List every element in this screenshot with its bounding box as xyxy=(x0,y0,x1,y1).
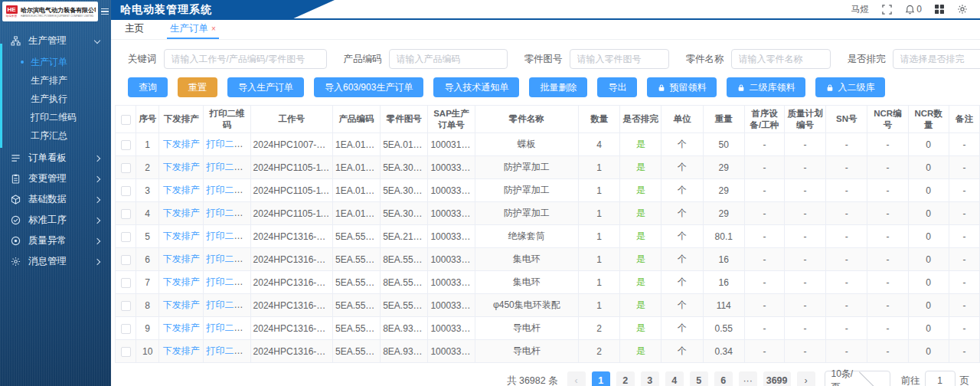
row-checkbox[interactable] xyxy=(121,209,131,219)
sidebar-section[interactable]: 质量异常 xyxy=(0,231,111,251)
print-qrcode-link[interactable]: 打印二维码 xyxy=(206,276,250,287)
print-qrcode-link[interactable]: 打印二维码 xyxy=(206,231,250,241)
chevron-right-icon xyxy=(94,196,100,202)
page-number-button[interactable]: 6 xyxy=(714,371,733,386)
cell-work-no: 2024HPC1316-1833-2 xyxy=(250,340,332,363)
page-ellipsis[interactable]: ··· xyxy=(739,371,757,386)
page-number-button[interactable]: 5 xyxy=(690,371,708,386)
dispatch-link[interactable]: 下发排产 xyxy=(163,254,200,264)
goto-page-input[interactable] xyxy=(925,371,956,386)
sidebar-section[interactable]: 生产管理 xyxy=(0,31,111,51)
cell-seq: 5 xyxy=(136,225,159,248)
page-number-button[interactable]: 1 xyxy=(592,371,610,386)
page-size-select[interactable]: 10条/页 xyxy=(825,371,890,386)
tab-close-icon[interactable]: × xyxy=(211,25,216,33)
row-checkbox[interactable] xyxy=(121,186,131,196)
row-checkbox-cell xyxy=(116,179,136,202)
dispatch-link[interactable]: 下发排产 xyxy=(163,299,200,310)
print-qrcode-link[interactable]: 打印二维码 xyxy=(206,322,250,333)
toolbar-button[interactable]: 二级库领料 xyxy=(727,77,805,97)
active-bullet-icon xyxy=(21,61,24,64)
toolbar-button[interactable]: 入二级库 xyxy=(815,77,885,97)
page-number-button[interactable]: 2 xyxy=(616,371,635,386)
apps-grid-icon[interactable] xyxy=(935,5,944,14)
dispatch-link[interactable]: 下发排产 xyxy=(163,139,200,149)
filter-input[interactable] xyxy=(164,49,327,69)
filter-input[interactable] xyxy=(389,49,508,69)
dispatch-link[interactable]: 下发排产 xyxy=(163,276,200,287)
dispatch-link[interactable]: 下发排产 xyxy=(163,185,200,195)
sidebar-section-label: 标准工序 xyxy=(28,214,67,227)
sidebar-section[interactable]: 标准工序 xyxy=(0,210,111,231)
sidebar-section[interactable]: 基础数据 xyxy=(0,189,111,210)
row-checkbox[interactable] xyxy=(121,140,131,150)
notification-bell-icon[interactable]: 0 xyxy=(905,4,922,15)
row-checkbox[interactable] xyxy=(121,255,131,265)
toolbar-button[interactable]: 导入生产订单 xyxy=(227,77,304,97)
settings-gear-icon[interactable] xyxy=(957,4,968,15)
next-page-button[interactable]: › xyxy=(797,371,815,386)
page-number-button[interactable]: 3 xyxy=(641,371,659,386)
toolbar-button[interactable]: 批量删除 xyxy=(529,77,587,97)
topbar-actions: 马煜 0 xyxy=(851,3,980,16)
row-checkbox[interactable] xyxy=(121,232,131,242)
chevron-right-icon xyxy=(94,175,100,182)
dispatch-link[interactable]: 下发排产 xyxy=(163,345,200,356)
dispatch-link[interactable]: 下发排产 xyxy=(163,231,200,241)
prev-page-button[interactable]: ‹ xyxy=(567,371,586,386)
column-header: 工作号 xyxy=(250,106,332,133)
tab-production-orders[interactable]: 生产订单 × xyxy=(167,22,219,39)
emblem-letters: HE xyxy=(6,5,18,14)
print-qrcode-link[interactable]: 打印二维码 xyxy=(206,345,250,356)
page-number-button[interactable]: 3699 xyxy=(763,371,791,386)
sidebar-section[interactable]: 订单看板 xyxy=(0,148,111,168)
sidebar-item[interactable]: 打印二维码 xyxy=(0,108,111,126)
sidebar-collapse-icon[interactable] xyxy=(101,8,109,15)
toolbar-button[interactable]: 重置 xyxy=(178,77,217,97)
page-number-button[interactable]: 4 xyxy=(665,371,684,386)
print-qrcode-link[interactable]: 打印二维码 xyxy=(206,254,250,264)
cell-part-no: 8EA.932.0930 xyxy=(381,317,428,340)
sidebar-section[interactable]: 变更管理 xyxy=(0,168,111,189)
filter-input[interactable] xyxy=(731,49,831,69)
row-checkbox[interactable] xyxy=(121,347,131,357)
sidebar-item[interactable]: 生产排产 xyxy=(0,71,111,90)
toolbar-button[interactable]: 查询 xyxy=(128,77,168,97)
fullscreen-icon[interactable] xyxy=(882,5,892,15)
toolbar-button[interactable]: 导入603/903生产订单 xyxy=(314,77,423,97)
sidebar-section[interactable]: 消息管理 xyxy=(0,251,111,272)
toolbar-button[interactable]: 导出 xyxy=(597,77,637,97)
table-row: 3下发排产打印二维码2024HPC1105-1147-31EA.010.2091… xyxy=(116,179,980,202)
filter-input[interactable] xyxy=(570,49,669,69)
row-checkbox[interactable] xyxy=(121,324,131,334)
print-qrcode-link[interactable]: 打印二维码 xyxy=(206,208,250,218)
cell-ncr-qty: 0 xyxy=(908,340,949,363)
sidebar-item[interactable]: 工序汇总 xyxy=(0,126,111,145)
cell-qty: 1 xyxy=(579,156,620,179)
sidebar-item[interactable]: 生产订单 xyxy=(0,53,111,71)
row-checkbox[interactable] xyxy=(121,278,131,288)
filter-select[interactable]: 请选择是否排完 xyxy=(893,49,980,69)
print-qrcode-link[interactable]: 打印二维码 xyxy=(206,162,250,172)
print-qrcode-link[interactable]: 打印二维码 xyxy=(206,299,250,310)
dispatch-link[interactable]: 下发排产 xyxy=(163,162,200,172)
cell-quality-plan-no: - xyxy=(785,133,826,156)
sidebar-item[interactable]: 生产执行 xyxy=(0,90,111,108)
table-header-row: 序号下发排产打印二维码工作号产品编码零件图号SAP生产订单号零件名称数量是否排完… xyxy=(116,106,980,133)
row-checkbox[interactable] xyxy=(121,301,131,311)
toolbar-button[interactable]: 预留领料 xyxy=(647,77,717,97)
print-qrcode-link[interactable]: 打印二维码 xyxy=(206,139,250,149)
filter-field: 关键词 xyxy=(128,49,327,69)
company-names: 哈尔滨电气动力装备有限公司 HARBIN ELECTRIC POWER EQUI… xyxy=(21,6,96,18)
chevron-right-icon xyxy=(94,217,100,223)
cell-print: 打印二维码 xyxy=(204,156,250,179)
select-all-checkbox[interactable] xyxy=(121,115,131,125)
cell-completed: 是 xyxy=(620,179,662,202)
dispatch-link[interactable]: 下发排产 xyxy=(163,322,200,333)
print-qrcode-link[interactable]: 打印二维码 xyxy=(206,185,250,195)
tab-home[interactable]: 主页 xyxy=(122,22,147,39)
row-checkbox[interactable] xyxy=(121,163,131,173)
dispatch-link[interactable]: 下发排产 xyxy=(163,208,200,218)
user-name[interactable]: 马煜 xyxy=(851,3,869,16)
toolbar-button[interactable]: 导入技术通知单 xyxy=(433,77,519,97)
